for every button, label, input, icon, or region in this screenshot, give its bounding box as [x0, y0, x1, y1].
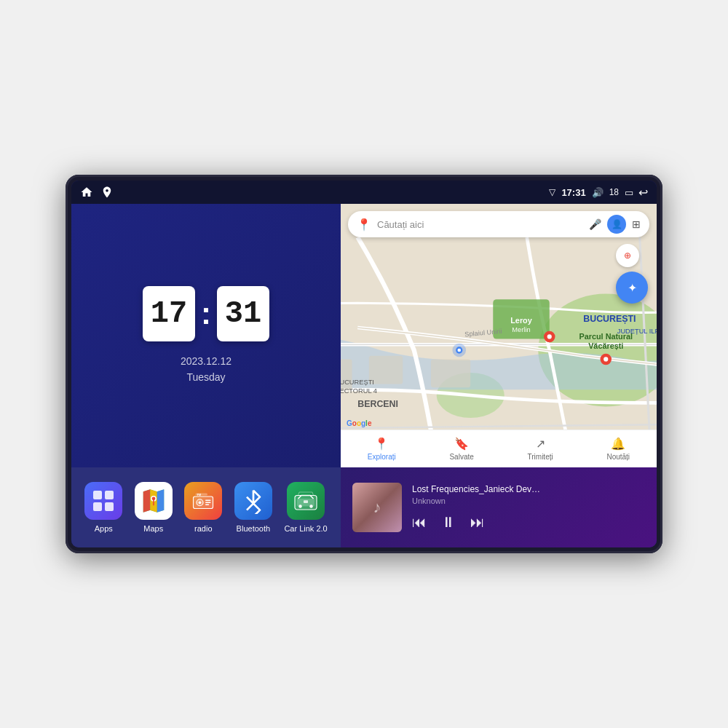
clock-date: 2023.12.12 Tuesday — [181, 353, 232, 386]
music-player: Lost Frequencies_Janieck Devy-... Unknow… — [341, 467, 657, 547]
device: ▽ 17:31 🔊 18 ▭ ↩ 17 : 31 — [66, 175, 662, 553]
map-area[interactable]: 📍 Căutați aici 🎤 👤 ⊞ — [341, 204, 657, 467]
explore-label: Explorați — [368, 453, 396, 461]
clock-minute: 31 — [217, 286, 269, 341]
volume-level: 18 — [609, 187, 619, 197]
signal-icon: ▽ — [549, 187, 555, 197]
saved-icon: 🔖 — [454, 437, 469, 451]
svg-text:BERCENI: BERCENI — [357, 399, 398, 409]
svg-rect-25 — [341, 359, 352, 390]
radio-label: radio — [194, 524, 212, 533]
share-label: Trimiteți — [528, 453, 553, 461]
status-bar: ▽ 17:31 🔊 18 ▭ ↩ — [71, 181, 657, 204]
carlink-label: Car Link 2.0 — [284, 524, 327, 533]
compass-btn[interactable]: ⊕ — [616, 244, 639, 267]
svg-rect-9 — [205, 500, 211, 502]
maps-pin-icon[interactable] — [100, 186, 114, 199]
map-nav-share[interactable]: ↗ Trimiteți — [528, 437, 553, 461]
svg-point-34 — [604, 357, 608, 361]
app-icon-bluetooth[interactable]: Bluetooth — [234, 482, 272, 533]
clock-widget: 17 : 31 2023.12.12 Tuesday — [71, 204, 341, 467]
explore-icon: 📍 — [374, 437, 389, 451]
svg-point-45 — [457, 349, 461, 352]
bluetooth-label: Bluetooth — [237, 524, 270, 533]
svg-marker-3 — [157, 489, 165, 513]
app-icon-carlink[interactable]: Car Link 2.0 — [284, 482, 327, 533]
battery-icon: ▭ — [625, 187, 633, 198]
music-artist: Unknown — [412, 496, 645, 505]
svg-rect-27 — [431, 359, 470, 387]
map-bottom-nav: 📍 Explorați 🔖 Salvate ↗ Trimiteți 🔔 — [341, 430, 657, 467]
map-search-bar[interactable]: 📍 Căutați aici 🎤 👤 ⊞ — [348, 211, 649, 237]
apps-icon-img — [84, 482, 122, 520]
mic-icon[interactable]: 🎤 — [589, 218, 601, 230]
svg-text:JUDEȚUL ILFOV: JUDEȚUL ILFOV — [617, 328, 657, 335]
svg-rect-10 — [205, 502, 211, 504]
maps-pin-small-icon: 📍 — [357, 218, 371, 232]
maps-icon-img — [135, 482, 173, 520]
status-left — [80, 186, 114, 199]
time-display: 17:31 — [561, 187, 585, 198]
bluetooth-icon-img — [234, 482, 272, 520]
play-pause-button[interactable]: ⏸ — [441, 514, 456, 531]
google-logo: Google — [347, 419, 371, 427]
saved-label: Salvate — [449, 453, 473, 461]
location-btn[interactable]: ✦ — [616, 272, 648, 304]
layers-icon[interactable]: ⊞ — [632, 218, 641, 230]
svg-rect-18 — [304, 500, 308, 503]
left-panel: 17 : 31 2023.12.12 Tuesday — [71, 204, 341, 547]
svg-text:FM: FM — [197, 494, 201, 496]
share-icon: ↗ — [536, 437, 545, 451]
right-panel: 📍 Căutați aici 🎤 👤 ⊞ — [341, 204, 657, 547]
music-title: Lost Frequencies_Janieck Devy-... — [412, 484, 543, 494]
app-icon-maps[interactable]: Maps — [135, 482, 173, 533]
svg-text:Merlin: Merlin — [512, 326, 530, 333]
svg-text:BUCUREȘTI: BUCUREȘTI — [341, 379, 374, 386]
map-nav-saved[interactable]: 🔖 Salvate — [449, 437, 473, 461]
news-label: Noutăți — [606, 453, 630, 461]
volume-icon: 🔊 — [592, 187, 604, 198]
svg-rect-11 — [205, 505, 209, 506]
svg-marker-1 — [143, 489, 151, 513]
svg-text:Leroy: Leroy — [510, 316, 532, 325]
maps-label: Maps — [143, 524, 163, 533]
news-icon: 🔔 — [611, 437, 625, 451]
svg-text:Văcărești: Văcărești — [588, 341, 623, 350]
svg-text:BUCUREȘTI: BUCUREȘTI — [583, 314, 636, 324]
map-compass: ⊕ ✦ — [616, 244, 648, 304]
radio-icon-img: FM — [184, 482, 222, 520]
svg-text:SECTORUL 4: SECTORUL 4 — [341, 387, 377, 395]
map-search-icons: 🎤 👤 ⊞ — [589, 215, 641, 234]
clock-display: 17 : 31 — [143, 286, 269, 341]
status-right: ▽ 17:31 🔊 18 ▭ ↩ — [549, 186, 648, 199]
next-button[interactable]: ⏭ — [470, 514, 485, 531]
svg-point-47 — [547, 334, 552, 339]
album-art — [352, 483, 402, 532]
music-controls: ⏮ ⏸ ⏭ — [412, 514, 645, 531]
apps-label: Apps — [95, 524, 113, 533]
prev-button[interactable]: ⏮ — [412, 514, 427, 531]
carlink-icon-img — [287, 482, 325, 520]
app-icon-radio[interactable]: FM radio — [184, 482, 222, 533]
svg-point-16 — [298, 505, 302, 508]
clock-hour: 17 — [143, 286, 195, 341]
map-search-placeholder: Căutați aici — [377, 219, 583, 230]
app-icon-apps[interactable]: Apps — [84, 482, 122, 533]
map-nav-news[interactable]: 🔔 Noutăți — [606, 437, 630, 461]
svg-point-17 — [309, 505, 313, 508]
clock-colon: : — [201, 296, 211, 331]
back-icon[interactable]: ↩ — [638, 186, 648, 199]
home-icon[interactable] — [80, 186, 93, 199]
map-nav-explore[interactable]: 📍 Explorați — [368, 437, 396, 461]
main-content: 17 : 31 2023.12.12 Tuesday — [71, 204, 657, 547]
music-info: Lost Frequencies_Janieck Devy-... Unknow… — [412, 484, 645, 531]
app-dock: Apps — [71, 467, 341, 547]
album-art-image — [352, 483, 402, 532]
screen: ▽ 17:31 🔊 18 ▭ ↩ 17 : 31 — [71, 181, 657, 547]
svg-point-8 — [199, 501, 202, 504]
